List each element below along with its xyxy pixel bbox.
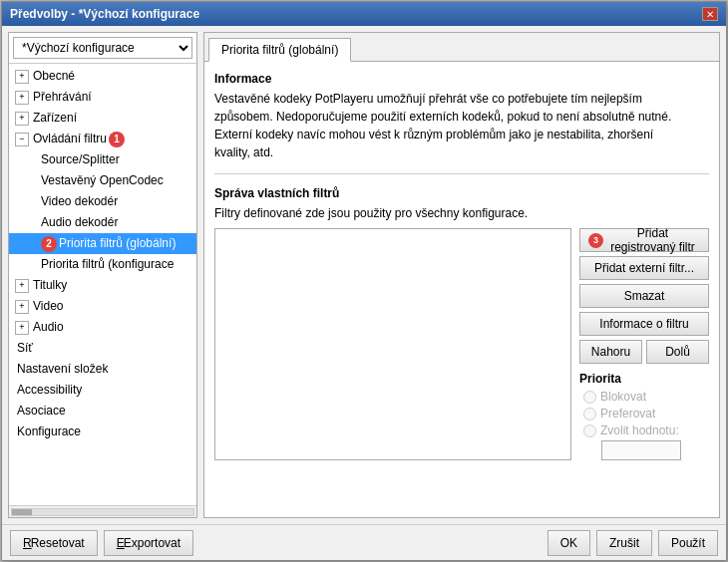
- radio-blokovat-input[interactable]: [583, 391, 596, 404]
- sidebar-item-label-ovladani: Ovládání filtru: [33, 131, 107, 147]
- sidebar-item-label-prehravani: Přehrávání: [33, 89, 92, 106]
- expander-video[interactable]: +: [15, 300, 29, 314]
- ok-label: OK: [560, 536, 577, 550]
- cancel-label: Zrušit: [609, 536, 639, 550]
- right-panel: Priorita filtrů (globální) Informace Ves…: [203, 32, 720, 518]
- sidebar-label-priorita-konf: Priorita filtrů (konfigurace: [41, 256, 174, 273]
- apply-button[interactable]: Použít: [658, 530, 718, 556]
- sidebar-label-source-splitter: Source/Splitter: [41, 151, 120, 168]
- add-registered-filter-button[interactable]: 3 Přidat registrovaný filtr: [579, 228, 709, 252]
- down-button[interactable]: Dolů: [646, 340, 709, 364]
- radio-zvolit[interactable]: Zvolit hodnotu:: [583, 423, 709, 437]
- sidebar-label-asociace: Asociace: [17, 403, 66, 420]
- sidebar-item-label-titulky: Titulky: [33, 277, 67, 294]
- reset-text: Resetovat: [31, 536, 85, 550]
- up-button[interactable]: Nahoru: [579, 340, 642, 364]
- main-row: *Výchozí konfigurace + Obecné + Přehrává…: [2, 26, 726, 524]
- down-label: Dolů: [665, 345, 690, 359]
- info-section-title: Informace: [214, 72, 709, 86]
- delete-filter-button[interactable]: Smazat: [579, 284, 709, 308]
- expander-obecne[interactable]: +: [15, 70, 29, 84]
- horizontal-scrollbar[interactable]: [9, 505, 196, 517]
- sidebar-label-konfigurace: Konfigurace: [17, 423, 81, 440]
- sidebar-label-audio-dek: Audio dekodér: [41, 214, 118, 231]
- sidebar-item-vestav-opencodec[interactable]: Vestavěný OpenCodec: [9, 170, 196, 191]
- expander-zarizeni[interactable]: +: [15, 112, 29, 126]
- scrollbar-track: [11, 508, 194, 516]
- add-external-label: Přidat externí filtr...: [594, 261, 694, 275]
- sidebar-label-vestav: Vestavěný OpenCodec: [41, 172, 164, 189]
- management-title: Správa vlastních filtrů: [214, 186, 709, 200]
- preset-select[interactable]: *Výchozí konfigurace: [13, 37, 192, 59]
- expander-prehravani[interactable]: +: [15, 91, 29, 105]
- sidebar-item-accessibility[interactable]: Accessibility: [9, 380, 196, 401]
- badge-1: 1: [109, 132, 125, 147]
- sidebar-item-priorita-konfigurace[interactable]: Priorita filtrů (konfigurace: [9, 254, 196, 275]
- tab-priorita-globalni[interactable]: Priorita filtrů (globální): [208, 38, 351, 62]
- filter-info-label: Informace o filtru: [599, 317, 688, 331]
- info-section: Informace Vestavěné kodeky PotPlayeru um…: [214, 72, 709, 161]
- main-window: Předvolby - *Výchozí konfigurace ✕ *Vých…: [1, 1, 727, 561]
- bottom-right: OK Zrušit Použít: [547, 530, 718, 556]
- left-panel: *Výchozí konfigurace + Obecné + Přehrává…: [8, 32, 197, 518]
- add-external-filter-button[interactable]: Přidat externí filtr...: [579, 256, 709, 280]
- ok-button[interactable]: OK: [547, 530, 590, 556]
- radio-group: Blokovat Preferovat Zvolit: [579, 390, 709, 460]
- sidebar-item-konfigurace[interactable]: Konfigurace: [9, 422, 196, 442]
- close-button[interactable]: ✕: [702, 7, 718, 21]
- add-registered-label: Přidat registrovaný filtr: [605, 226, 700, 254]
- sidebar-label-video-dek: Video dekodér: [41, 193, 118, 210]
- sidebar-item-label-video: Video: [33, 298, 63, 315]
- export-text: Exportovat: [124, 536, 181, 550]
- reset-button[interactable]: RResetovat: [10, 530, 98, 556]
- expander-titulky[interactable]: +: [15, 279, 29, 293]
- window-title: Předvolby - *Výchozí konfigurace: [10, 7, 199, 21]
- radio-preferovat[interactable]: Preferovat: [583, 407, 709, 421]
- sidebar-label-sit: Síť: [17, 340, 33, 357]
- sidebar-item-obecne[interactable]: + Obecné: [9, 66, 196, 87]
- sidebar-item-sit[interactable]: Síť: [9, 338, 196, 359]
- radio-zvolit-input[interactable]: [583, 424, 596, 437]
- content-area: *Výchozí konfigurace + Obecné + Přehrává…: [2, 26, 726, 560]
- sidebar-item-asociace[interactable]: Asociace: [9, 401, 196, 422]
- sidebar-item-audio-dekoder[interactable]: Audio dekodér: [9, 212, 196, 233]
- apply-label: Použít: [671, 536, 705, 550]
- management-section: Správa vlastních filtrů Filtry definovan…: [214, 186, 709, 460]
- sidebar-item-titulky[interactable]: + Titulky: [9, 275, 196, 296]
- sidebar-item-nastaveni[interactable]: Nastavení složek: [9, 359, 196, 380]
- cancel-button[interactable]: Zrušit: [596, 530, 652, 556]
- sidebar-item-label-zarizeni: Zařízení: [33, 110, 77, 127]
- expander-audio[interactable]: +: [15, 321, 29, 335]
- priority-label: Priorita: [579, 372, 709, 386]
- scrollbar-thumb: [12, 509, 32, 515]
- title-bar: Předvolby - *Výchozí konfigurace ✕: [2, 2, 726, 26]
- export-button[interactable]: EExportovat: [104, 530, 193, 556]
- sidebar-item-zarizeni[interactable]: + Zařízení: [9, 108, 196, 129]
- priority-value-input[interactable]: [601, 440, 681, 460]
- tree-area[interactable]: + Obecné + Přehrávání + Zařízení: [9, 64, 196, 505]
- filter-buttons: 3 Přidat registrovaný filtr Přidat exter…: [579, 228, 709, 460]
- sidebar-item-ovladani-filtru[interactable]: − Ovládání filtru 1: [9, 129, 196, 149]
- info-text: Vestavěné kodeky PotPlayeru umožňují pře…: [214, 90, 709, 161]
- sidebar-item-audio[interactable]: + Audio: [9, 317, 196, 338]
- preset-area: *Výchozí konfigurace: [9, 33, 196, 64]
- sidebar-item-video[interactable]: + Video: [9, 296, 196, 317]
- filter-list[interactable]: [214, 228, 571, 460]
- radio-preferovat-label: Preferovat: [600, 407, 655, 421]
- management-desc: Filtry definované zde jsou použity pro v…: [214, 204, 709, 222]
- badge-2: 2: [41, 236, 57, 252]
- sidebar-item-video-dekoder[interactable]: Video dekodér: [9, 191, 196, 212]
- radio-preferovat-input[interactable]: [583, 408, 596, 421]
- expander-ovladani[interactable]: −: [15, 133, 29, 146]
- sidebar-label-accessibility: Accessibility: [17, 382, 82, 399]
- delete-label: Smazat: [624, 289, 665, 303]
- radio-zvolit-label: Zvolit hodnotu:: [600, 423, 679, 437]
- radio-blokovat[interactable]: Blokovat: [583, 390, 709, 404]
- sidebar-item-prehravani[interactable]: + Přehrávání: [9, 87, 196, 108]
- sidebar-item-priorita-globalni[interactable]: 2 Priorita filtrů (globální): [9, 233, 196, 254]
- divider: [214, 173, 709, 174]
- filter-info-button[interactable]: Informace o filtru: [579, 312, 709, 336]
- up-down-row: Nahoru Dolů: [579, 340, 709, 364]
- sidebar-item-source-splitter[interactable]: Source/Splitter: [9, 149, 196, 170]
- up-label: Nahoru: [591, 345, 630, 359]
